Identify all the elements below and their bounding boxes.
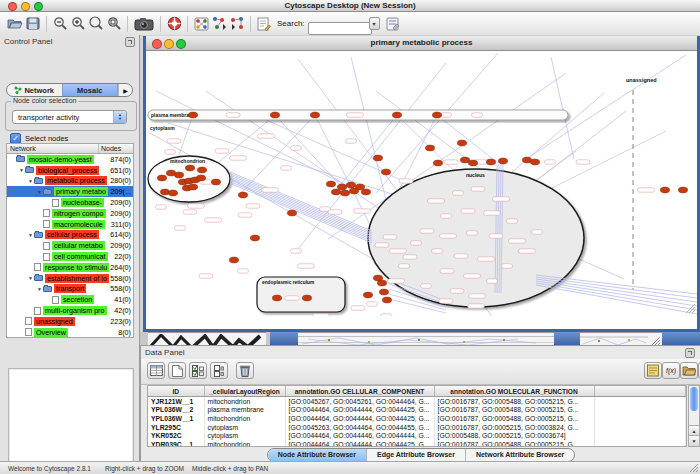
table-column-header[interactable]: ID: [148, 386, 204, 397]
network-node[interactable]: [457, 140, 466, 146]
network-node[interactable]: [379, 289, 388, 295]
background-window-titlebar[interactable]: [662, 332, 700, 345]
network-node[interactable]: [188, 112, 197, 118]
import-icon[interactable]: [680, 362, 698, 379]
app-resize-grip[interactable]: [689, 463, 699, 473]
table-column-header[interactable]: annotation.GO MOLECULAR_FUNCTION: [434, 386, 594, 397]
network-canvas[interactable]: unassigned plasma membrane cytoplasm nuc…: [146, 51, 697, 316]
network-node[interactable]: [302, 295, 311, 301]
tab-network-attribute-browser[interactable]: Network Attribute Browser: [466, 449, 574, 461]
network-node[interactable]: [392, 112, 401, 118]
network-node[interactable]: [382, 297, 391, 303]
network-node[interactable]: [678, 187, 687, 193]
tree-row[interactable]: multi-organism pro42(0): [7, 305, 133, 316]
tab-edge-attribute-browser[interactable]: Edge Attribute Browser: [367, 449, 466, 461]
network-node[interactable]: [270, 112, 279, 118]
network-node[interactable]: [326, 181, 335, 187]
search-input[interactable]: [308, 22, 372, 35]
background-window-titlebar[interactable]: [270, 332, 298, 345]
minimize-window-icon[interactable]: [21, 2, 30, 11]
maximize-window-icon[interactable]: [176, 39, 186, 49]
network-node[interactable]: [160, 189, 169, 195]
delete-attribute-icon[interactable]: [236, 362, 254, 379]
select-all-icon[interactable]: [189, 362, 207, 379]
network-node[interactable]: [660, 187, 669, 193]
minimize-window-icon[interactable]: [164, 39, 174, 49]
background-window[interactable]: [580, 332, 648, 345]
tree-expand-icon[interactable]: ▼: [27, 275, 34, 281]
network-node[interactable]: [331, 189, 340, 195]
network-node[interactable]: [310, 112, 319, 118]
network-node[interactable]: [337, 184, 346, 190]
tree-row[interactable]: unassigned223(0): [7, 316, 133, 327]
network-node[interactable]: [363, 292, 372, 298]
unselect-all-icon[interactable]: [210, 362, 228, 379]
network-node[interactable]: [498, 158, 507, 164]
attribute-pad-icon[interactable]: [644, 362, 662, 379]
zoom-selected-icon[interactable]: [105, 15, 123, 32]
network-node[interactable]: [349, 188, 358, 194]
tree-expand-icon[interactable]: ▼: [36, 189, 43, 195]
search-dropdown-icon[interactable]: ▾: [369, 17, 380, 30]
zoom-fit-icon[interactable]: [87, 15, 105, 32]
tree-row[interactable]: response to stimulu264(0): [7, 262, 133, 273]
scroll-down-icon[interactable]: ▼: [689, 435, 699, 446]
tree-row[interactable]: ▼biological_process651(0): [7, 165, 133, 176]
tree-expand-icon[interactable]: ▼: [27, 232, 34, 238]
network-node[interactable]: [287, 210, 296, 216]
search-options-icon[interactable]: [384, 15, 402, 32]
network-node[interactable]: [196, 175, 205, 181]
network-node[interactable]: [185, 165, 194, 171]
network-node[interactable]: [238, 192, 247, 198]
tree-row[interactable]: cellular metabo209(0): [7, 240, 133, 251]
network-node[interactable]: [486, 159, 495, 165]
tab-network[interactable]: Network: [7, 84, 62, 96]
network-window-titlebar[interactable]: primary metabolic process: [146, 36, 697, 51]
tree-row[interactable]: secretion41(0): [7, 294, 133, 305]
network-node[interactable]: [530, 159, 539, 165]
scrollbar-thumb[interactable]: [690, 387, 698, 411]
tree-row[interactable]: ▼cellular process614(0): [7, 230, 133, 241]
float-panel-icon[interactable]: [125, 37, 135, 47]
tab-node-attribute-browser[interactable]: Node Attribute Browser: [268, 449, 367, 461]
network-node[interactable]: [340, 190, 349, 196]
network-node[interactable]: [377, 280, 386, 286]
tree-row[interactable]: ▼metabolic process280(0): [7, 176, 133, 187]
help-icon[interactable]: [165, 15, 183, 32]
background-window-titlebar[interactable]: [554, 332, 580, 345]
tree-row[interactable]: nucleobase-209(0): [7, 197, 133, 208]
tree-header-network[interactable]: Network: [7, 144, 99, 153]
table-row[interactable]: YPL036W__1mitochondrion[GO:0044464, GO:0…: [148, 414, 686, 423]
tab-mosaic[interactable]: Mosaic: [62, 84, 119, 96]
table-row[interactable]: YKR052Ccytoplasm[GO:0044464, GO:0044446,…: [148, 431, 686, 440]
network-node[interactable]: [346, 182, 355, 188]
network-node[interactable]: [157, 175, 166, 181]
float-panel-icon[interactable]: [685, 348, 695, 358]
background-window[interactable]: [148, 332, 266, 345]
window-resize-grip[interactable]: [648, 332, 662, 345]
birdseye-navigator[interactable]: [8, 368, 134, 474]
network-node[interactable]: [433, 160, 442, 166]
new-attribute-icon[interactable]: [168, 362, 186, 379]
network-node[interactable]: [361, 189, 370, 195]
layout-icon-2[interactable]: [228, 15, 246, 32]
network-node[interactable]: [432, 112, 441, 118]
table-column-header[interactable]: annotation.GO CELLULAR_COMPONENT: [285, 386, 434, 397]
save-icon[interactable]: [24, 15, 42, 32]
close-window-icon[interactable]: [8, 2, 17, 11]
open-icon[interactable]: [6, 15, 24, 32]
function-builder-icon[interactable]: f(x): [662, 362, 680, 379]
zoom-out-icon[interactable]: [51, 15, 69, 32]
network-node[interactable]: [373, 155, 382, 161]
zoom-in-icon[interactable]: [69, 15, 87, 32]
table-row[interactable]: YDR039C__1mitochondrion[GO:0044464, GO:0…: [148, 440, 686, 447]
tree-row[interactable]: ▼primary metabo209(...: [7, 186, 133, 197]
layout-icon-1[interactable]: [210, 15, 228, 32]
network-node[interactable]: [272, 295, 281, 301]
network-node[interactable]: [197, 167, 206, 173]
maximize-window-icon[interactable]: [34, 2, 43, 11]
network-overview-icon[interactable]: [192, 15, 210, 32]
table-scrollbar[interactable]: ▲ ▼: [688, 385, 700, 447]
network-node[interactable]: [229, 257, 238, 263]
tree-expand-icon[interactable]: ▼: [18, 167, 25, 173]
